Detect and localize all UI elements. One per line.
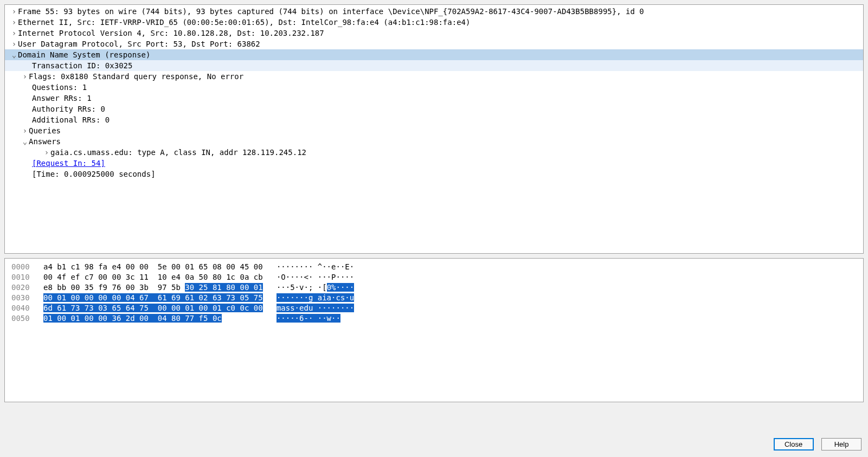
- hex-row[interactable]: 0000 a4 b1 c1 98 fa e4 00 00 5e 00 01 65…: [5, 262, 863, 272]
- chevron-right-icon[interactable]: ›: [10, 38, 18, 49]
- tree-dns-answer-row[interactable]: ›gaia.cs.umass.edu: type A, class IN, ad…: [5, 147, 863, 158]
- chevron-right-icon[interactable]: ›: [10, 17, 18, 28]
- hex-row[interactable]: 0040 6d 61 73 73 03 65 64 75 00 00 01 00…: [5, 303, 863, 313]
- chevron-right-icon[interactable]: ›: [43, 147, 50, 158]
- tree-dns-request-in[interactable]: [Request In: 54]: [5, 158, 863, 169]
- tree-dns-queries[interactable]: ›Queries: [5, 125, 863, 136]
- chevron-right-icon[interactable]: ›: [21, 71, 29, 82]
- chevron-down-icon[interactable]: ⌄: [10, 49, 18, 60]
- hex-row[interactable]: 0020 e8 bb 00 35 f9 76 00 3b 97 5b 30 25…: [5, 282, 863, 293]
- tree-dns[interactable]: ⌄Domain Name System (response): [5, 49, 863, 60]
- hex-dump-panel[interactable]: 0000 a4 b1 c1 98 fa e4 00 00 5e 00 01 65…: [4, 258, 864, 402]
- tree-udp[interactable]: ›User Datagram Protocol, Src Port: 53, D…: [5, 38, 863, 49]
- dialog-button-bar: Close Help: [770, 438, 861, 450]
- tree-frame[interactable]: ›Frame 55: 93 bytes on wire (744 bits), …: [5, 6, 863, 17]
- tree-dns-time[interactable]: [Time: 0.000925000 seconds]: [5, 169, 863, 179]
- hex-row[interactable]: 0030 00 01 00 00 00 00 04 67 61 69 61 02…: [5, 293, 863, 303]
- help-button[interactable]: Help: [821, 438, 861, 450]
- tree-dns-txid[interactable]: Transaction ID: 0x3025: [5, 60, 863, 71]
- chevron-down-icon[interactable]: ⌄: [21, 136, 29, 147]
- packet-details-panel[interactable]: ›Frame 55: 93 bytes on wire (744 bits), …: [4, 4, 864, 254]
- chevron-right-icon[interactable]: ›: [21, 125, 29, 136]
- tree-dns-answers[interactable]: ⌄Answers: [5, 136, 863, 147]
- chevron-right-icon[interactable]: ›: [10, 28, 18, 38]
- hex-row[interactable]: 0010 00 4f ef c7 00 00 3c 11 10 e4 0a 50…: [5, 272, 863, 282]
- tree-dns-questions[interactable]: Questions: 1: [5, 82, 863, 93]
- tree-ethernet[interactable]: ›Ethernet II, Src: IETF-VRRP-VRID_65 (00…: [5, 17, 863, 28]
- tree-ip[interactable]: ›Internet Protocol Version 4, Src: 10.80…: [5, 28, 863, 38]
- tree-dns-additional-rrs[interactable]: Additional RRs: 0: [5, 114, 863, 125]
- close-button[interactable]: Close: [774, 438, 814, 450]
- request-in-link[interactable]: [Request In: 54]: [32, 159, 105, 168]
- tree-dns-flags[interactable]: ›Flags: 0x8180 Standard query response, …: [5, 71, 863, 82]
- chevron-right-icon[interactable]: ›: [10, 6, 18, 17]
- hex-row[interactable]: 0050 01 00 01 00 00 36 2d 00 04 80 77 f5…: [5, 313, 863, 324]
- tree-dns-answer-rrs[interactable]: Answer RRs: 1: [5, 93, 863, 104]
- tree-dns-authority-rrs[interactable]: Authority RRs: 0: [5, 104, 863, 114]
